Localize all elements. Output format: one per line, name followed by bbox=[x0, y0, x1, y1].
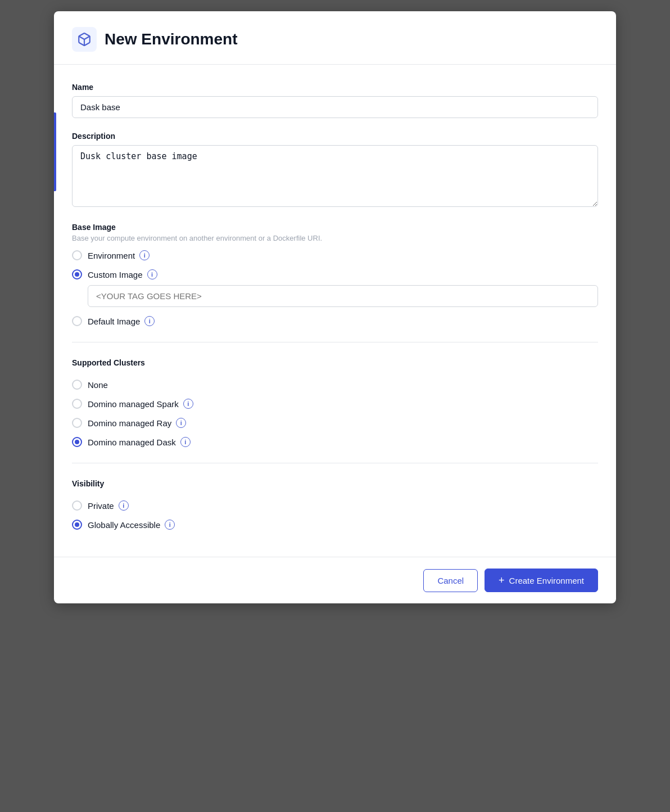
description-field-group: Description Dusk cluster base image bbox=[72, 132, 598, 209]
radio-item-default-image[interactable]: Default Image i bbox=[72, 316, 598, 326]
page-title: New Environment bbox=[105, 30, 237, 48]
modal-body: Name Description Dusk cluster base image… bbox=[54, 65, 616, 557]
radio-item-domino-dask[interactable]: Domino managed Dask i bbox=[72, 437, 598, 447]
globally-accessible-info-icon[interactable]: i bbox=[165, 520, 175, 530]
radio-domino-ray[interactable] bbox=[72, 418, 82, 428]
supported-clusters-section: Supported Clusters None Domino managed S… bbox=[72, 358, 598, 447]
radio-custom-image-label: Custom Image i bbox=[88, 269, 157, 279]
description-input[interactable]: Dusk cluster base image bbox=[72, 145, 598, 207]
radio-item-custom-image[interactable]: Custom Image i bbox=[72, 269, 598, 279]
radio-domino-dask[interactable] bbox=[72, 437, 82, 447]
radio-domino-spark-label: Domino managed Spark i bbox=[88, 399, 193, 409]
environment-info-icon[interactable]: i bbox=[139, 250, 150, 260]
base-image-radio-group: Environment i Custom Image i bbox=[72, 250, 598, 326]
modal-footer: Cancel + Create Environment bbox=[54, 557, 616, 603]
create-environment-label: Create Environment bbox=[509, 576, 584, 585]
radio-item-globally-accessible[interactable]: Globally Accessible i bbox=[72, 520, 598, 530]
supported-clusters-title: Supported Clusters bbox=[72, 358, 598, 367]
radio-private[interactable] bbox=[72, 500, 82, 511]
name-field-group: Name bbox=[72, 83, 598, 118]
radio-item-environment[interactable]: Environment i bbox=[72, 250, 598, 260]
radio-domino-spark[interactable] bbox=[72, 399, 82, 409]
custom-image-wrapper: Custom Image i bbox=[72, 269, 598, 307]
custom-image-input-wrapper bbox=[88, 285, 598, 307]
radio-custom-image[interactable] bbox=[72, 269, 82, 279]
divider-2 bbox=[72, 463, 598, 463]
radio-none-label: None bbox=[88, 380, 108, 390]
visibility-radio-group: Private i Globally Accessible i bbox=[72, 500, 598, 530]
radio-domino-dask-label: Domino managed Dask i bbox=[88, 437, 191, 447]
radio-none[interactable] bbox=[72, 380, 82, 390]
radio-default-image[interactable] bbox=[72, 316, 82, 326]
radio-item-domino-ray[interactable]: Domino managed Ray i bbox=[72, 418, 598, 428]
custom-image-input[interactable] bbox=[88, 285, 598, 307]
radio-item-domino-spark[interactable]: Domino managed Spark i bbox=[72, 399, 598, 409]
box-icon bbox=[77, 32, 92, 47]
domino-dask-info-icon[interactable]: i bbox=[180, 437, 191, 447]
domino-spark-info-icon[interactable]: i bbox=[183, 399, 193, 409]
description-label: Description bbox=[72, 132, 598, 141]
visibility-title: Visibility bbox=[72, 479, 598, 488]
base-image-section: Base Image Base your compute environment… bbox=[72, 223, 598, 326]
radio-environment[interactable] bbox=[72, 250, 82, 260]
name-label: Name bbox=[72, 83, 598, 92]
environment-icon-container bbox=[72, 27, 97, 52]
create-environment-button[interactable]: + Create Environment bbox=[485, 569, 598, 592]
divider-1 bbox=[72, 342, 598, 342]
visibility-section: Visibility Private i Globally Accessible… bbox=[72, 479, 598, 530]
custom-image-info-icon[interactable]: i bbox=[147, 269, 157, 279]
radio-domino-ray-label: Domino managed Ray i bbox=[88, 418, 186, 428]
radio-globally-accessible-label: Globally Accessible i bbox=[88, 520, 175, 530]
domino-ray-info-icon[interactable]: i bbox=[176, 418, 186, 428]
radio-default-image-label: Default Image i bbox=[88, 316, 155, 326]
private-info-icon[interactable]: i bbox=[119, 500, 129, 511]
plus-icon: + bbox=[499, 575, 505, 585]
radio-item-none[interactable]: None bbox=[72, 380, 598, 390]
name-input[interactable] bbox=[72, 96, 598, 118]
supported-clusters-radio-group: None Domino managed Spark i Domino manag… bbox=[72, 380, 598, 447]
radio-item-private[interactable]: Private i bbox=[72, 500, 598, 511]
radio-globally-accessible[interactable] bbox=[72, 520, 82, 530]
radio-environment-label: Environment i bbox=[88, 250, 150, 260]
cancel-button[interactable]: Cancel bbox=[423, 569, 478, 592]
base-image-title: Base Image bbox=[72, 223, 598, 232]
modal-header: New Environment bbox=[54, 11, 616, 65]
new-environment-modal: New Environment Name Description Dusk cl… bbox=[54, 11, 616, 603]
default-image-info-icon[interactable]: i bbox=[144, 316, 155, 326]
radio-private-label: Private i bbox=[88, 500, 129, 511]
base-image-subtitle: Base your compute environment on another… bbox=[72, 234, 598, 242]
left-accent bbox=[54, 112, 56, 191]
